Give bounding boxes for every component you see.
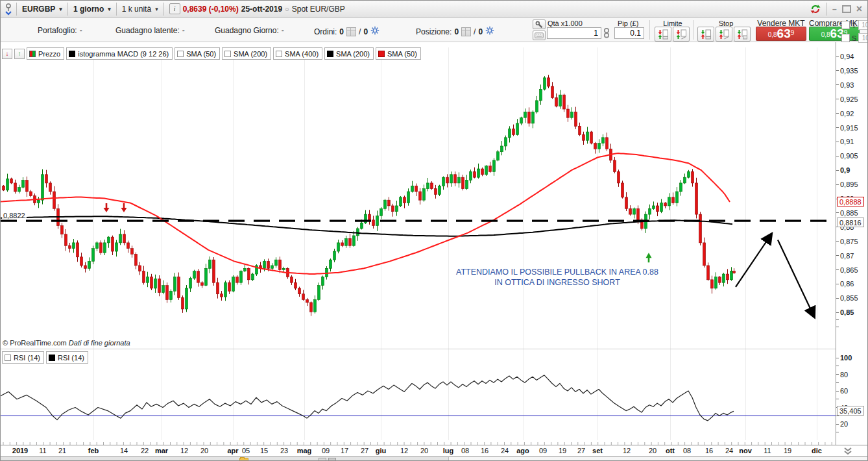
limit-order-button-1[interactable] <box>655 27 671 42</box>
scroll-forward-button[interactable] <box>840 447 856 456</box>
legend-label: SMA (50) <box>387 50 417 58</box>
legend-swatch <box>49 355 55 361</box>
stop-order-button-1[interactable] <box>697 27 714 42</box>
title-bar: EURGBP▾ 1 giorno▾ 1 k unità▾ i 0,8639 (-… <box>1 1 867 18</box>
minimize-button[interactable]: – <box>832 5 837 14</box>
target-checkbox[interactable] <box>841 21 850 29</box>
divider <box>826 3 827 16</box>
legend-chip-sma-400[interactable]: SMA (400) <box>273 47 322 60</box>
stoploss-pip-input[interactable]: 10 <box>858 33 868 43</box>
legend-chip-rsi-14[interactable]: RSI (14) <box>2 351 44 364</box>
price-tick-label: 100 <box>840 353 852 362</box>
analyst-annotation: ATTENDIAMO IL POSSIBILE PULLBACK IN AREA… <box>395 267 719 288</box>
axis-tick <box>836 170 839 171</box>
legend-chip-istogramma-macd-9-12-26[interactable]: istogramma MACD (9 12 26) <box>66 47 173 60</box>
time-tick-label: set <box>592 447 603 455</box>
legend-swatch <box>378 51 385 57</box>
target-label: T <box>852 21 856 29</box>
price-tick-label: 60 <box>840 386 848 395</box>
refresh-icon[interactable] <box>810 4 821 14</box>
price-tick-label: 0,855 <box>840 293 858 303</box>
axis-tick <box>836 327 839 327</box>
portfolio-field: Portafoglio:- <box>38 26 82 35</box>
price-tick-label: 0,925 <box>840 95 858 104</box>
legend-chip-rsi-14[interactable]: RSI (14) <box>46 351 88 364</box>
price-tick-label: 0,92 <box>840 109 854 118</box>
axis-tick <box>836 184 839 185</box>
axis-tick <box>836 432 839 432</box>
indicator-legend: ↓ ↑ Prezzoistogramma MACD (9 12 26)SMA (… <box>2 47 421 60</box>
legend-swatch <box>276 51 282 57</box>
position-field: Posizione:0 /0 <box>416 26 494 37</box>
legend-swatch <box>29 51 36 57</box>
copyright-note: © ProRealTime.com Dati di fine giornata <box>3 339 130 347</box>
price-tick-label: 0,875 <box>840 237 858 246</box>
time-tick-label: 27 <box>361 447 368 455</box>
legend-chip-sma-200[interactable]: SMA (200) <box>324 47 374 60</box>
axis-tick <box>836 113 839 114</box>
instrument-dropdown[interactable]: EURGBP▾ <box>17 1 67 17</box>
axis-tick <box>836 127 839 128</box>
position-settings-gear-icon[interactable] <box>485 26 494 37</box>
timeframe-dropdown[interactable]: 1 giorno▾ <box>68 1 116 17</box>
time-tick-label: feb <box>88 447 99 455</box>
wrench-icon[interactable] <box>533 19 546 29</box>
orders-list-icon[interactable] <box>346 27 356 36</box>
price-tick-label: 0,9 <box>840 166 850 175</box>
stop-order-button-2[interactable] <box>716 27 732 42</box>
price-chart-canvas[interactable] <box>1 42 836 445</box>
price-tick-label: 80 <box>840 370 848 379</box>
time-tick-label: 15 <box>260 447 268 455</box>
time-axis[interactable]: 20191121feb1422mar1220apr051523mag091727… <box>1 445 868 456</box>
position-list-icon[interactable] <box>461 27 471 36</box>
time-tick-label: mar <box>155 447 168 455</box>
time-tick-label: 19 <box>784 447 791 455</box>
dashed-level-label: 0,8822 <box>2 212 27 219</box>
taskbar-icon[interactable] <box>328 458 336 461</box>
time-tick-label: 12 <box>400 447 408 455</box>
stoploss-checkbox[interactable] <box>841 34 850 42</box>
quantity-input[interactable] <box>547 27 601 39</box>
legend-chip-sma-50[interactable]: SMA (50) <box>376 47 421 60</box>
chevron-down-icon: ▾ <box>59 6 62 12</box>
legend-label: SMA (200) <box>234 50 267 58</box>
pin-icon[interactable] <box>1 1 16 17</box>
last-quote: 0,8639 (-0,10%) <box>183 5 239 14</box>
target-pip-input[interactable]: 10 <box>858 20 868 30</box>
legend-label: RSI (14) <box>14 354 40 362</box>
close-button[interactable]: × <box>856 3 862 15</box>
legend-chip-sma-50[interactable]: SMA (50) <box>175 47 220 60</box>
price-tick-label: 0,86 <box>840 279 854 288</box>
marker-down-button[interactable]: ↓ <box>2 49 12 59</box>
axis-tick <box>836 424 839 425</box>
pip-input[interactable] <box>614 27 644 39</box>
maximize-button[interactable] <box>842 5 851 13</box>
stop-order-button-3[interactable] <box>734 27 751 42</box>
sell-market-button[interactable]: 0,8639 <box>756 27 806 41</box>
price-tick-label: 0,93 <box>840 81 854 90</box>
limit-order-button-2[interactable] <box>673 27 690 42</box>
legend-chip-sma-200[interactable]: SMA (200) <box>222 47 271 60</box>
time-tick-label: 20 <box>649 447 657 455</box>
price-tick-label: 0,85 <box>840 308 854 317</box>
info-icon[interactable]: i <box>169 3 180 14</box>
price-axis[interactable]: 0,940,9350,930,9250,920,9150,910,9050,90… <box>836 42 868 445</box>
price-tick-label: 20 <box>840 419 848 429</box>
time-tick-label: ott <box>666 447 675 455</box>
units-dropdown[interactable]: 1 k unità▾ <box>117 1 163 17</box>
time-tick-label: 24 <box>501 447 509 455</box>
keyboard-icon[interactable] <box>533 31 546 40</box>
folder-icon[interactable] <box>239 458 248 461</box>
axis-tick <box>836 382 839 383</box>
taskbar-icon[interactable] <box>319 458 326 461</box>
marker-up-button[interactable]: ↑ <box>14 49 25 59</box>
legend-chip-prezzo[interactable]: Prezzo <box>27 47 64 60</box>
time-tick-label: 11 <box>764 447 771 455</box>
orders-settings-gear-icon[interactable] <box>370 26 380 37</box>
legend-label: SMA (50) <box>186 50 216 58</box>
link-quantities-chain-icon[interactable] <box>603 27 610 41</box>
price-tick-label: 0,87 <box>840 251 854 260</box>
taskbar-panel <box>448 457 868 461</box>
time-tick-label: 05 <box>242 447 250 455</box>
time-tick-label: 08 <box>683 447 691 455</box>
